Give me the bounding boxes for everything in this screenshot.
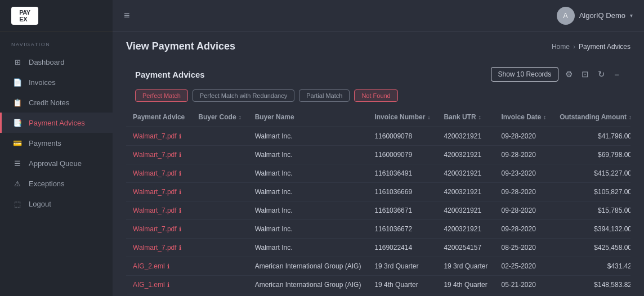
outstanding-amount: $69,798.00: [598, 151, 630, 159]
invoice-number: 1161036491: [374, 169, 412, 177]
breadcrumb: Home › Payment Advices: [552, 43, 630, 51]
payment-advice-link[interactable]: Walmart_7.pdf: [133, 132, 177, 140]
sidebar-item-payments[interactable]: 💳 Payments: [0, 133, 113, 153]
col-header-bank-utr[interactable]: Bank UTR↕: [437, 107, 494, 127]
sidebar-item-approval-queue[interactable]: ☰ Approval Queue: [0, 153, 113, 173]
bank-utr: 4200254157: [444, 244, 481, 252]
sidebar-item-label-exceptions: Exceptions: [29, 180, 65, 188]
logo: PAYEX: [11, 7, 38, 25]
payment-advice-link[interactable]: Walmart_7.pdf: [133, 151, 177, 159]
bank-utr: 4200321921: [444, 225, 481, 233]
outstanding-amount: $394,132.00: [594, 225, 630, 233]
user-name: AlgorIQ Demo: [579, 11, 625, 20]
breadcrumb-current: Payment Advices: [579, 43, 630, 51]
sort-icon: ↕: [478, 114, 481, 120]
sidebar-nav: ⊞ Dashboard📄 Invoices📋 Credit Notes📑 Pay…: [0, 52, 113, 214]
sidebar-item-label-payments: Payments: [29, 139, 61, 147]
info-icon[interactable]: ℹ: [179, 189, 181, 195]
sidebar-item-label-dashboard: Dashboard: [29, 58, 65, 66]
payment-advice-link[interactable]: AIG_2.eml: [133, 262, 165, 270]
info-icon[interactable]: ℹ: [179, 244, 181, 251]
sidebar-item-label-credit-notes: Credit Notes: [29, 98, 69, 107]
data-table: Payment AdviceBuyer Code↕Buyer NameInvoi…: [126, 107, 630, 296]
filter-icon-button[interactable]: ⚙: [563, 68, 575, 80]
bank-utr: 4200321921: [444, 207, 481, 214]
invoice-number: 1169022414: [374, 244, 412, 252]
chevron-down-icon: ▾: [630, 12, 633, 19]
invoice-number: 1161036671: [374, 207, 412, 214]
toolbar-right: Show 10 Records ⚙ ⊡ ↻ −: [491, 67, 621, 82]
sidebar-item-logout[interactable]: ⬚ Logout: [0, 194, 113, 214]
col-header-buyer-name[interactable]: Buyer Name: [248, 107, 368, 127]
col-header-invoice-number[interactable]: Invoice Number↓: [368, 107, 437, 127]
buyer-name: Walmart Inc.: [255, 244, 293, 252]
filter-tab-perfect-match[interactable]: Perfect Match: [135, 89, 188, 102]
payment-advice-link[interactable]: Walmart_7.pdf: [133, 207, 177, 214]
exceptions-icon: ⚠: [13, 179, 22, 188]
export-icon-button[interactable]: ⊡: [579, 68, 591, 80]
payment-advice-link[interactable]: Walmart_7.pdf: [133, 188, 177, 196]
breadcrumb-home[interactable]: Home: [552, 43, 570, 51]
outstanding-amount: $105,827.00: [594, 188, 630, 196]
info-icon[interactable]: ℹ: [179, 207, 181, 214]
outstanding-amount: $431.42: [607, 262, 630, 270]
sort-icon: ↕: [629, 114, 630, 120]
menu-toggle[interactable]: ≡: [124, 10, 130, 21]
outstanding-amount: $415,227.00: [594, 169, 630, 177]
sidebar-item-dashboard[interactable]: ⊞ Dashboard: [0, 52, 113, 72]
invoice-number: 1160009079: [374, 151, 412, 159]
invoice-date: 05-21-2020: [501, 281, 535, 289]
table: Payment AdviceBuyer Code↕Buyer NameInvoi…: [126, 107, 630, 296]
info-icon[interactable]: ℹ: [179, 151, 181, 158]
dashboard-icon: ⊞: [13, 57, 22, 66]
topbar: ≡ A AlgorIQ Demo ▾: [113, 0, 644, 32]
info-icon[interactable]: ℹ: [179, 226, 181, 232]
col-header-outstanding-amount[interactable]: Outstanding Amount↕: [553, 107, 630, 127]
payment-advice-link[interactable]: Walmart_7.pdf: [133, 244, 177, 252]
buyer-name: Walmart Inc.: [255, 207, 293, 214]
info-icon[interactable]: ℹ: [179, 133, 181, 140]
minus-icon-button[interactable]: −: [612, 69, 621, 80]
invoice-number: 1161036672: [374, 225, 412, 233]
sidebar-item-exceptions[interactable]: ⚠ Exceptions: [0, 173, 113, 194]
col-header-payment-advice[interactable]: Payment Advice: [126, 107, 191, 127]
buyer-name: Walmart Inc.: [255, 151, 293, 159]
invoice-date: 09-23-2020: [501, 169, 535, 177]
sidebar-item-payment-advices[interactable]: 📑 Payment Advices: [0, 113, 113, 133]
filter-tab-not-found[interactable]: Not Found: [354, 89, 397, 102]
table-toolbar: Payment Advices Show 10 Records ⚙ ⊡ ↻ −: [126, 59, 630, 89]
buyer-name: Walmart Inc.: [255, 225, 293, 233]
user-menu[interactable]: A AlgorIQ Demo ▾: [557, 7, 633, 25]
main-content: ≡ A AlgorIQ Demo ▾ View Payment Advices …: [113, 0, 644, 296]
page-title: View Payment Advices: [126, 41, 235, 52]
show-records-button[interactable]: Show 10 Records: [491, 67, 559, 82]
refresh-icon-button[interactable]: ↻: [596, 68, 607, 80]
payment-advice-link[interactable]: AIG_1.eml: [133, 281, 165, 289]
bank-utr: 4200321921: [444, 188, 481, 196]
info-icon[interactable]: ℹ: [179, 170, 181, 177]
payment-advice-link[interactable]: Walmart_7.pdf: [133, 225, 177, 233]
filter-tab-partial-match[interactable]: Partial Match: [299, 89, 350, 102]
payment-advice-link[interactable]: Walmart_7.pdf: [133, 169, 177, 177]
info-icon[interactable]: ℹ: [167, 263, 169, 270]
col-header-invoice-date[interactable]: Invoice Date↕: [494, 107, 553, 127]
invoice-number: 1161036669: [374, 188, 412, 196]
sidebar-item-credit-notes[interactable]: 📋 Credit Notes: [0, 92, 113, 113]
page-header: View Payment Advices Home › Payment Advi…: [113, 32, 644, 59]
sidebar-item-label-payment-advices: Payment Advices: [29, 119, 85, 127]
bank-utr: 4200321921: [444, 151, 481, 159]
avatar: A: [557, 7, 575, 25]
sort-icon: ↓: [427, 114, 430, 120]
sidebar-item-invoices[interactable]: 📄 Invoices: [0, 72, 113, 92]
sidebar: PAYEX NAVIGATION ⊞ Dashboard📄 Invoices📋 …: [0, 0, 113, 296]
table-row: AIG_3.emlℹAmerican International Group (…: [126, 294, 630, 297]
sidebar-item-label-approval-queue: Approval Queue: [29, 159, 82, 168]
invoice-date: 08-25-2020: [501, 244, 535, 252]
sidebar-item-label-logout: Logout: [29, 200, 51, 208]
filter-tab-perfect-match-with-redundancy[interactable]: Perfect Match with Redundancy: [193, 89, 294, 102]
table-row: Walmart_7.pdfℹWalmart Inc.11610366724200…: [126, 220, 630, 239]
bank-utr: 4200321921: [444, 132, 481, 140]
table-header: Payment AdviceBuyer Code↕Buyer NameInvoi…: [126, 107, 630, 127]
info-icon[interactable]: ℹ: [167, 281, 169, 288]
col-header-buyer-code[interactable]: Buyer Code↕: [191, 107, 248, 127]
